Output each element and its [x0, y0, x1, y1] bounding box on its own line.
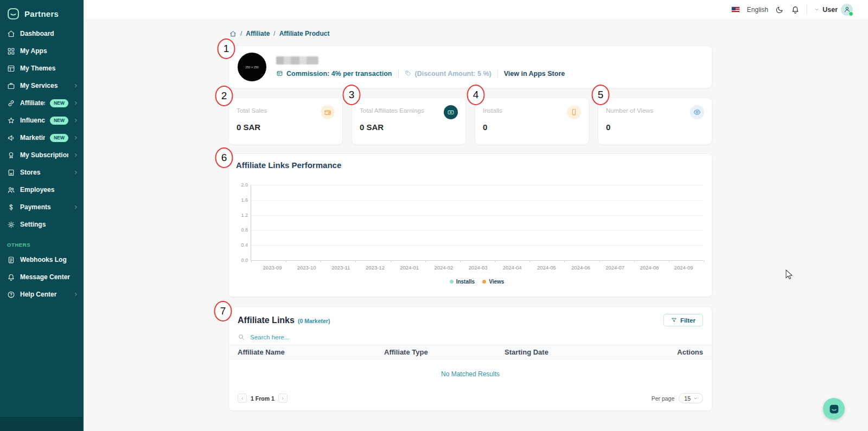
x-axis-tick-label: 2024-02 [434, 265, 453, 271]
sidebar-item-stores[interactable]: Stores [0, 164, 84, 181]
x-axis-tick-label: 2023-09 [263, 265, 282, 271]
view-in-apps-store-link[interactable]: View in Apps Store [504, 70, 575, 78]
y-axis-tick-label: 2.0 [241, 182, 248, 188]
chevron-right-icon [73, 118, 79, 123]
x-axis-tick [529, 260, 530, 262]
content-column: / Affiliate / Affiliate Product 250 × 25… [228, 19, 712, 431]
x-axis-tick-label: 2024-03 [469, 265, 488, 271]
document-icon [7, 256, 15, 264]
bell-icon [7, 273, 15, 281]
gridline [251, 200, 703, 201]
avatar[interactable] [841, 4, 853, 16]
info-divider [497, 69, 498, 78]
column-header-starting-date[interactable]: Starting Date [505, 348, 671, 356]
sidebar-item-dashboard[interactable]: Dashboard [0, 25, 84, 42]
legend-dot [450, 280, 454, 284]
sidebar-item-label: Stores [20, 169, 68, 176]
sidebar-item-label: My Subscriptions [20, 151, 68, 159]
gridline [251, 245, 703, 246]
stat-label: Total Affiliates Earnings [360, 105, 424, 114]
x-axis-tick [669, 260, 669, 262]
y-axis-tick-label: 0.0 [241, 258, 248, 263]
sidebar-item-webhooks-log[interactable]: Webhooks Log [0, 251, 84, 268]
home-icon [7, 30, 15, 38]
x-axis-tick-label: 2023-12 [366, 265, 385, 271]
x-axis-tick-label: 2023-11 [331, 265, 350, 271]
per-page-select[interactable]: 15 [679, 393, 703, 403]
prev-page-button[interactable] [238, 394, 247, 403]
sidebar-item-label: My Themes [20, 65, 79, 72]
gridline [251, 185, 703, 185]
x-axis-tick [634, 260, 635, 262]
y-axis-tick-label: 0.4 [241, 242, 248, 248]
filter-button[interactable]: Filter [663, 314, 703, 326]
chat-launcher-button[interactable] [823, 398, 845, 420]
user-menu[interactable]: User [814, 4, 853, 16]
per-page-label: Per page [652, 395, 675, 402]
search-input[interactable] [250, 334, 703, 340]
brand-logo[interactable]: Partners [0, 0, 84, 25]
sidebar-item-payments[interactable]: Payments [0, 198, 84, 216]
column-header-actions[interactable]: Actions [671, 348, 703, 356]
sidebar-item-my-themes[interactable]: My Themes [0, 60, 84, 77]
chart-card: Affiliate Links Performance 2.01.61.20.8… [228, 153, 712, 297]
table-header-row: Affiliate NameAffiliate TypeStarting Dat… [229, 345, 712, 359]
legend-item-views[interactable]: Views [482, 279, 504, 285]
legend-item-installs[interactable]: Installs [450, 279, 475, 285]
sidebar-item-label: Affiliates [20, 99, 45, 107]
sidebar-item-help-center[interactable]: Help Center [0, 286, 84, 303]
filter-label: Filter [680, 317, 695, 324]
annotation-4: 4 [467, 85, 485, 105]
bell-icon[interactable] [791, 5, 800, 14]
chevron-right-icon [73, 170, 79, 175]
us-flag-icon [731, 7, 740, 12]
link-icon [7, 99, 15, 107]
chevron-right-icon [73, 292, 79, 297]
sidebar: Partners DashboardMy AppsMy ThemesMy Ser… [0, 0, 84, 431]
redacted-product-name [276, 56, 318, 65]
x-axis-tick [704, 260, 704, 262]
x-axis-tick-label: 2024-09 [674, 265, 693, 271]
x-axis-tick [286, 260, 286, 262]
chevron-right-icon [280, 396, 285, 401]
next-page-button[interactable] [278, 394, 288, 403]
product-card: 250 × 250 Commission: 4% per transaction… [228, 46, 712, 88]
dollar-icon [7, 203, 15, 211]
breadcrumb-affiliate[interactable]: Affiliate [246, 30, 270, 37]
sidebar-item-affiliates[interactable]: AffiliatesNEW [0, 94, 84, 112]
column-header-affiliate-type[interactable]: Affiliate Type [384, 348, 505, 356]
breadcrumb-affiliate-product: Affiliate Product [279, 30, 330, 37]
sidebar-item-label: Webhooks Log [20, 256, 79, 263]
briefcase-icon [7, 82, 15, 90]
sidebar-others-nav: Webhooks LogMessage CenterHelp Center [0, 251, 84, 303]
sidebar-item-message-center[interactable]: Message Center [0, 268, 84, 286]
sidebar-item-influencer[interactable]: InfluencerNEW [0, 112, 84, 129]
moon-icon[interactable] [775, 5, 784, 14]
chevron-down-icon [814, 7, 819, 12]
affiliate-links-card: Affiliate Links (0 Marketer) Filter Affi… [228, 306, 712, 411]
chevron-right-icon [73, 204, 79, 210]
stat-label: Total Sales [237, 105, 267, 114]
column-header-affiliate-name[interactable]: Affiliate Name [238, 348, 384, 356]
sidebar-item-label: Dashboard [20, 30, 79, 37]
pagination: 1 From 1 [238, 394, 288, 403]
discount-info: (Discount Amount: 5 %) [405, 70, 492, 78]
new-badge: NEW [50, 117, 68, 125]
gear-icon [7, 221, 15, 229]
chevron-right-icon [73, 100, 79, 106]
sidebar-item-label: Influencer [20, 117, 45, 124]
sidebar-item-my-services[interactable]: My Services [0, 77, 84, 94]
sidebar-nav: DashboardMy AppsMy ThemesMy ServicesAffi… [0, 25, 84, 233]
sidebar-item-settings[interactable]: Settings [0, 216, 84, 233]
y-axis-tick-label: 1.6 [241, 197, 248, 203]
sidebar-item-marketing-tools[interactable]: Marketing ToolsNEW [0, 129, 84, 146]
main-area: / Affiliate / Affiliate Product 250 × 25… [84, 19, 868, 431]
home-icon[interactable] [229, 30, 237, 37]
x-axis-tick-label: 2024-04 [503, 265, 522, 271]
stat-card-total-affiliates-earnings: Total Affiliates Earnings0 SAR [352, 98, 466, 145]
sidebar-item-my-subscriptions[interactable]: My Subscriptions [0, 146, 84, 164]
annotation-7: 7 [214, 301, 232, 321]
sidebar-item-my-apps[interactable]: My Apps [0, 42, 84, 60]
sidebar-item-employees[interactable]: Employees [0, 181, 84, 198]
language-selector[interactable]: English [747, 6, 768, 14]
